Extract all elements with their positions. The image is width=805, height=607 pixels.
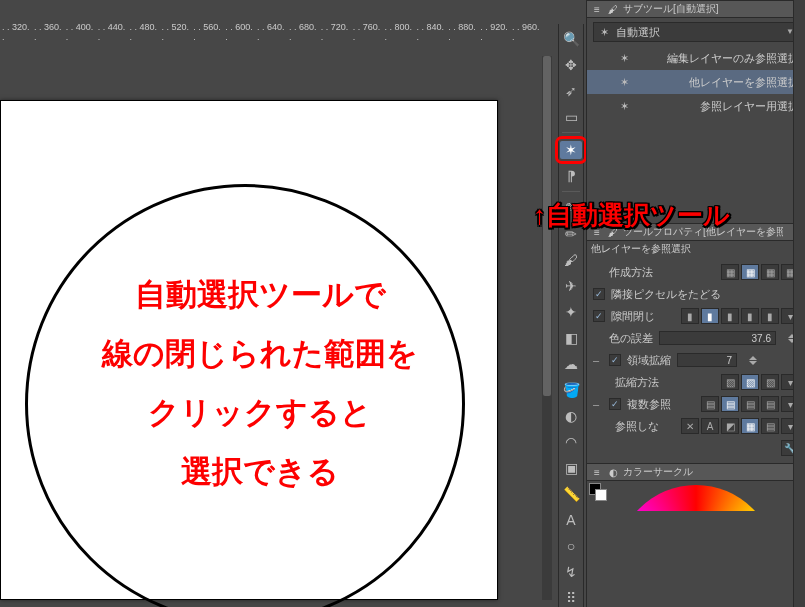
brush-icon: 🖌 (607, 3, 619, 15)
eyedropper-icon[interactable]: ⁋ (560, 167, 582, 185)
ref-off-row: 参照しな ✕ A ◩ ▦ ▤ ▾ (593, 415, 799, 437)
subtool-item[interactable]: ✶他レイヤーを参照選択 (587, 70, 805, 94)
panel-menu-icon[interactable]: ≡ (591, 226, 603, 238)
multi-ref-checkbox[interactable]: ✓ (609, 398, 621, 410)
collapse-icon[interactable]: – (593, 354, 603, 366)
drawn-circle (25, 184, 465, 607)
subtool-panel-title: サブツール[自動選択] (623, 2, 719, 16)
ref-4-icon[interactable]: ▤ (761, 396, 779, 412)
subtool-item[interactable]: ✶編集レイヤーのみ参照選択 (587, 46, 805, 70)
dock-tab-strip[interactable] (793, 0, 805, 607)
ruler-tick: . . 640. . (255, 24, 287, 40)
area-scale-value: 7 (726, 355, 732, 366)
ruler-tick: . . 840. . (414, 24, 446, 40)
toolprop-panel-title: ツールプロパティ[他レイヤーを参照選択] (623, 225, 783, 239)
ruler-tick: . . 800. . (383, 24, 415, 40)
tolerance-row: 色の誤差 37.6 (593, 327, 799, 349)
ruler-tick: . . 480. . (128, 24, 160, 40)
subtool-item-label: 参照レイヤー用選択 (700, 99, 799, 114)
mode-new-icon[interactable]: ▦ (721, 264, 739, 280)
scale-m1-icon[interactable]: ▧ (721, 374, 739, 390)
decoration-icon[interactable]: ✦ (560, 303, 582, 321)
auto-select-icon[interactable]: ✶ (560, 141, 582, 159)
subtool-group-dropdown[interactable]: ✶ 自動選択 (593, 22, 799, 42)
adjacent-label: 隣接ピクセルをたどる (611, 287, 721, 302)
adjacent-checkbox[interactable]: ✓ (593, 288, 605, 300)
brush-icon: 🖌 (607, 226, 619, 238)
subtool-item-label: 他レイヤーを参照選択 (689, 75, 799, 90)
create-method-row: 作成方法 ▦ ▦ ▦ ▦ (593, 261, 799, 283)
gradient-icon[interactable]: ◐ (560, 407, 582, 425)
mode-add-icon[interactable]: ▦ (741, 264, 759, 280)
close-gap-checkbox[interactable]: ✓ (593, 310, 605, 322)
gap-3-icon[interactable]: ▮ (721, 308, 739, 324)
ruler-tick: . . 760. . (351, 24, 383, 40)
scroll-thumb[interactable] (543, 56, 551, 396)
fill-icon[interactable]: 🪣 (560, 381, 582, 399)
area-scale-stepper[interactable] (746, 353, 760, 367)
magnifier-icon[interactable]: 🔍 (560, 30, 582, 48)
ruler-tick: . . 560. . (191, 24, 223, 40)
gap-2-icon[interactable]: ▮ (701, 308, 719, 324)
blend-icon[interactable]: ☁ (560, 355, 582, 373)
brush-icon[interactable]: 🖌 (560, 251, 582, 269)
gap-1-icon[interactable]: ▮ (681, 308, 699, 324)
color-panel-header: ≡ ◐ カラーサークル (587, 463, 805, 481)
color-swatch[interactable] (589, 483, 607, 501)
ref-2-icon[interactable]: ▤ (721, 396, 739, 412)
toolprop-body: 作成方法 ▦ ▦ ▦ ▦ ✓ 隣接ピクセルをたどる ✓ 隙間閉じ ▮ ▮ ▮ ▮… (587, 257, 805, 463)
scale-m3-icon[interactable]: ▧ (761, 374, 779, 390)
ro-2-icon[interactable]: A (701, 418, 719, 434)
subtool-panel-header: ≡ 🖌 サブツール[自動選択] ▸ (587, 0, 805, 18)
tolerance-slider[interactable]: 37.6 (659, 331, 776, 345)
area-scale-checkbox[interactable]: ✓ (609, 354, 621, 366)
frame-icon[interactable]: ▣ (560, 459, 582, 477)
color-circle[interactable] (587, 481, 805, 511)
text-icon[interactable]: A (560, 511, 582, 529)
ro-1-icon[interactable]: ✕ (681, 418, 699, 434)
sparkle-icon: ✶ (617, 51, 631, 65)
marquee-icon[interactable]: ▭ (560, 108, 582, 126)
airbrush-icon[interactable]: ✈ (560, 277, 582, 295)
subtool-item-label: 編集レイヤーのみ参照選択 (667, 51, 799, 66)
area-scale-slider[interactable]: 7 (677, 353, 737, 367)
move-icon[interactable]: ✥ (560, 56, 582, 74)
collapse-icon[interactable]: – (593, 398, 603, 410)
ruler-tick: . . 400. . (64, 24, 96, 40)
gap-5-icon[interactable]: ▮ (761, 308, 779, 324)
tolerance-label: 色の誤差 (593, 331, 653, 346)
pen-icon[interactable]: ✎ (560, 199, 582, 217)
ref-3-icon[interactable]: ▤ (741, 396, 759, 412)
scale-method-row: 拡縮方法 ▧ ▧ ▧ ▾ (593, 371, 799, 393)
figure-icon[interactable]: ◠ (560, 433, 582, 451)
eraser-icon[interactable]: ◧ (560, 329, 582, 347)
ruler-tick: . . 600. . (223, 24, 255, 40)
panel-menu-icon[interactable]: ≡ (591, 3, 603, 15)
ruler-tick: . . 680. . (287, 24, 319, 40)
operation-icon[interactable]: ➶ (560, 82, 582, 100)
ruler-tick: . . 960. . (510, 24, 542, 40)
ro-3-icon[interactable]: ◩ (721, 418, 739, 434)
scale-m2-icon[interactable]: ▧ (741, 374, 759, 390)
right-panel-area: ≡ 🖌 サブツール[自動選択] ▸ ✶ 自動選択 ✶編集レイヤーのみ参照選択✶他… (586, 0, 805, 607)
ro-4-icon[interactable]: ▦ (741, 418, 759, 434)
subtool-list: ✶編集レイヤーのみ参照選択✶他レイヤーを参照選択✶参照レイヤー用選択 (587, 46, 805, 122)
ruler-icon[interactable]: 📏 (560, 485, 582, 503)
color-panel-title: カラーサークル (623, 465, 693, 479)
panel-menu-icon[interactable]: ≡ (591, 466, 603, 478)
gap-4-icon[interactable]: ▮ (741, 308, 759, 324)
area-scale-row: – ✓ 領域拡縮 7 (593, 349, 799, 371)
correct-icon[interactable]: ↯ (560, 563, 582, 581)
toolprop-panel-header: ≡ 🖌 ツールプロパティ[他レイヤーを参照選択] ▸ (587, 223, 805, 241)
hue-ring-icon (616, 485, 776, 511)
area-scale-label: 領域拡縮 (627, 353, 671, 368)
subtool-item[interactable]: ✶参照レイヤー用選択 (587, 94, 805, 118)
balloon-icon[interactable]: ○ (560, 537, 582, 555)
ref-1-icon[interactable]: ▤ (701, 396, 719, 412)
ro-5-icon[interactable]: ▤ (761, 418, 779, 434)
pencil-icon[interactable]: ✏ (560, 225, 582, 243)
ruler-tick: . . 880. . (446, 24, 478, 40)
mode-sub-icon[interactable]: ▦ (761, 264, 779, 280)
vertical-scrollbar[interactable] (542, 56, 552, 600)
dust-icon[interactable]: ⠿ (560, 589, 582, 607)
